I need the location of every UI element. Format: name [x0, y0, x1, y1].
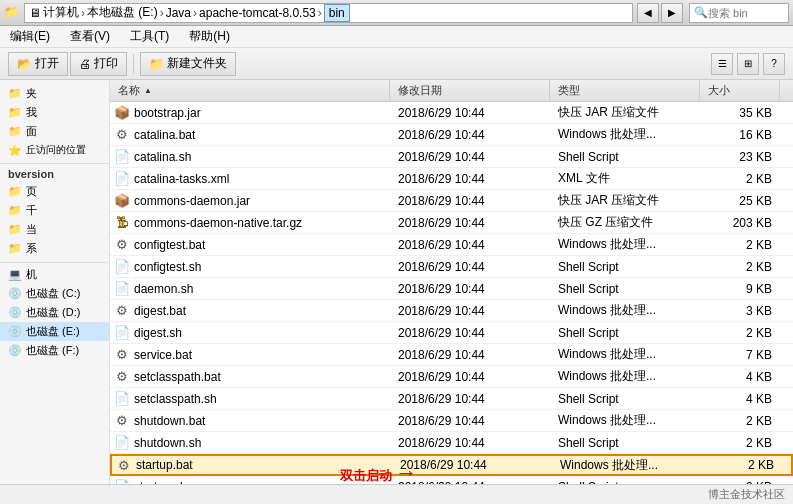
- sidebar-item-drive-e[interactable]: 💿 也磁盘 (E:): [0, 322, 109, 341]
- table-row[interactable]: 📄 configtest.sh 2018/6/29 10:44 Shell Sc…: [110, 256, 793, 278]
- file-size: 2 KB: [700, 172, 780, 186]
- open-button[interactable]: 📂 打开: [8, 52, 68, 76]
- file-type-icon: ⚙: [114, 127, 130, 143]
- file-type: Windows 批处理...: [550, 346, 700, 363]
- file-size: 2 KB: [700, 436, 780, 450]
- forward-button[interactable]: ▶: [661, 3, 683, 23]
- sidebar-item-drive-d[interactable]: 💿 也磁盘 (D:): [0, 303, 109, 322]
- menu-bar: 编辑(E) 查看(V) 工具(T) 帮助(H): [0, 26, 793, 48]
- col-modified[interactable]: 修改日期: [390, 80, 550, 101]
- table-row[interactable]: ⚙ service.bat 2018/6/29 10:44 Windows 批处…: [110, 344, 793, 366]
- address-bar[interactable]: 🖥 计算机 › 本地磁盘 (E:) › Java › apache-tomcat…: [24, 3, 633, 23]
- sidebar-item-recent[interactable]: ⭐ 丘访问的位置: [0, 141, 109, 159]
- table-row[interactable]: 📄 setclasspath.sh 2018/6/29 10:44 Shell …: [110, 388, 793, 410]
- search-input[interactable]: [708, 7, 788, 19]
- file-type: Shell Script: [550, 260, 700, 274]
- file-name: digest.bat: [134, 304, 186, 318]
- file-name: digest.sh: [134, 326, 182, 340]
- file-size: 4 KB: [700, 370, 780, 384]
- back-button[interactable]: ◀: [637, 3, 659, 23]
- file-name-cell: 📄 daemon.sh: [110, 281, 390, 297]
- sidebar-item-3[interactable]: 📁 面: [0, 122, 109, 141]
- view-grid-button[interactable]: ⊞: [737, 53, 759, 75]
- col-size[interactable]: 大小: [700, 80, 780, 101]
- file-name: setclasspath.bat: [134, 370, 221, 384]
- table-row[interactable]: 📄 digest.sh 2018/6/29 10:44 Shell Script…: [110, 322, 793, 344]
- file-area: 名称 ▲ 修改日期 类型 大小 📦 bootstrap.jar 2018/6/2…: [110, 80, 793, 484]
- file-type-icon: 📄: [114, 435, 130, 451]
- file-name-cell: ⚙ catalina.bat: [110, 127, 390, 143]
- file-name-cell: ⚙ service.bat: [110, 347, 390, 363]
- file-modified: 2018/6/29 10:44: [392, 458, 552, 472]
- file-size: 2 KB: [702, 458, 782, 472]
- table-row[interactable]: ⚙ shutdown.bat 2018/6/29 10:44 Windows 批…: [110, 410, 793, 432]
- table-row[interactable]: ⚙ setclasspath.bat 2018/6/29 10:44 Windo…: [110, 366, 793, 388]
- folder-icon: 📁: [8, 125, 22, 138]
- file-name-cell: ⚙ configtest.bat: [110, 237, 390, 253]
- file-type: XML 文件: [550, 170, 700, 187]
- sidebar-item-drive-c[interactable]: 💿 也磁盘 (C:): [0, 284, 109, 303]
- file-type: Windows 批处理...: [550, 302, 700, 319]
- file-type-icon: ⚙: [114, 413, 130, 429]
- file-size: 25 KB: [700, 194, 780, 208]
- search-box[interactable]: 🔍: [689, 3, 789, 23]
- col-name[interactable]: 名称 ▲: [110, 80, 390, 101]
- file-name-cell: ⚙ setclasspath.bat: [110, 369, 390, 385]
- menu-help[interactable]: 帮助(H): [183, 26, 236, 47]
- sidebar-section-drives: 💻 机 💿 也磁盘 (C:) 💿 也磁盘 (D:) 💿 也磁盘 (E:) 💿 也…: [0, 265, 109, 360]
- table-row[interactable]: ⚙ configtest.bat 2018/6/29 10:44 Windows…: [110, 234, 793, 256]
- file-type-icon: 📄: [114, 479, 130, 485]
- toolbar-separator: [133, 54, 134, 74]
- computer-icon: 💻: [8, 268, 22, 281]
- file-name-cell: ⚙ startup.bat: [112, 457, 392, 473]
- print-button[interactable]: 🖨 打印: [70, 52, 127, 76]
- file-modified: 2018/6/29 10:44: [390, 216, 550, 230]
- view-help-button[interactable]: ?: [763, 53, 785, 75]
- table-row[interactable]: 📦 bootstrap.jar 2018/6/29 10:44 快压 JAR 压…: [110, 102, 793, 124]
- sidebar-item-bv4[interactable]: 📁 系: [0, 239, 109, 258]
- folder-icon: 📁: [8, 185, 22, 198]
- table-row[interactable]: 📄 daemon.sh 2018/6/29 10:44 Shell Script…: [110, 278, 793, 300]
- table-row[interactable]: 📄 catalina-tasks.xml 2018/6/29 10:44 XML…: [110, 168, 793, 190]
- col-type[interactable]: 类型: [550, 80, 700, 101]
- path-computer: 🖥 计算机: [29, 4, 79, 21]
- table-row[interactable]: 📄 catalina.sh 2018/6/29 10:44 Shell Scri…: [110, 146, 793, 168]
- sidebar-item-bv2[interactable]: 📁 千: [0, 201, 109, 220]
- computer-icon: 🖥: [29, 6, 41, 20]
- sidebar-item-1[interactable]: 📁 夹: [0, 84, 109, 103]
- toolbar: 📂 打开 🖨 打印 📁 新建文件夹 ☰ ⊞ ?: [0, 48, 793, 80]
- file-size: 23 KB: [700, 150, 780, 164]
- new-folder-button[interactable]: 📁 新建文件夹: [140, 52, 236, 76]
- menu-view[interactable]: 查看(V): [64, 26, 116, 47]
- sidebar-item-drive-f[interactable]: 💿 也磁盘 (F:): [0, 341, 109, 360]
- table-row[interactable]: ⚙ catalina.bat 2018/6/29 10:44 Windows 批…: [110, 124, 793, 146]
- file-name-cell: 📄 setclasspath.sh: [110, 391, 390, 407]
- sidebar-section-label: bversion: [0, 166, 109, 182]
- table-row[interactable]: 📦 commons-daemon.jar 2018/6/29 10:44 快压 …: [110, 190, 793, 212]
- table-row[interactable]: 📄 shutdown.sh 2018/6/29 10:44 Shell Scri…: [110, 432, 793, 454]
- file-name-cell: 📄 catalina-tasks.xml: [110, 171, 390, 187]
- file-size: 2 KB: [700, 480, 780, 485]
- file-list: 📦 bootstrap.jar 2018/6/29 10:44 快压 JAR 压…: [110, 102, 793, 484]
- menu-edit[interactable]: 编辑(E): [4, 26, 56, 47]
- table-row[interactable]: 🗜 commons-daemon-native.tar.gz 2018/6/29…: [110, 212, 793, 234]
- file-type: Shell Script: [550, 326, 700, 340]
- sidebar-item-bv1[interactable]: 📁 页: [0, 182, 109, 201]
- table-row[interactable]: 📄 startup.sh 2018/6/29 10:44 Shell Scrip…: [110, 476, 793, 484]
- view-list-button[interactable]: ☰: [711, 53, 733, 75]
- file-name-cell: 📄 digest.sh: [110, 325, 390, 341]
- file-modified: 2018/6/29 10:44: [390, 348, 550, 362]
- file-name-cell: 📄 catalina.sh: [110, 149, 390, 165]
- sidebar-item-computer[interactable]: 💻 机: [0, 265, 109, 284]
- print-icon: 🖨: [79, 57, 91, 71]
- file-type: Windows 批处理...: [550, 368, 700, 385]
- file-type: Shell Script: [550, 392, 700, 406]
- sidebar-item-bv3[interactable]: 📁 当: [0, 220, 109, 239]
- sidebar-item-2[interactable]: 📁 我: [0, 103, 109, 122]
- menu-tools[interactable]: 工具(T): [124, 26, 175, 47]
- file-size: 4 KB: [700, 392, 780, 406]
- table-row[interactable]: ⚙ startup.bat 2018/6/29 10:44 Windows 批处…: [110, 454, 793, 476]
- file-name: shutdown.sh: [134, 436, 201, 450]
- table-row[interactable]: ⚙ digest.bat 2018/6/29 10:44 Windows 批处理…: [110, 300, 793, 322]
- file-type: 快压 JAR 压缩文件: [550, 192, 700, 209]
